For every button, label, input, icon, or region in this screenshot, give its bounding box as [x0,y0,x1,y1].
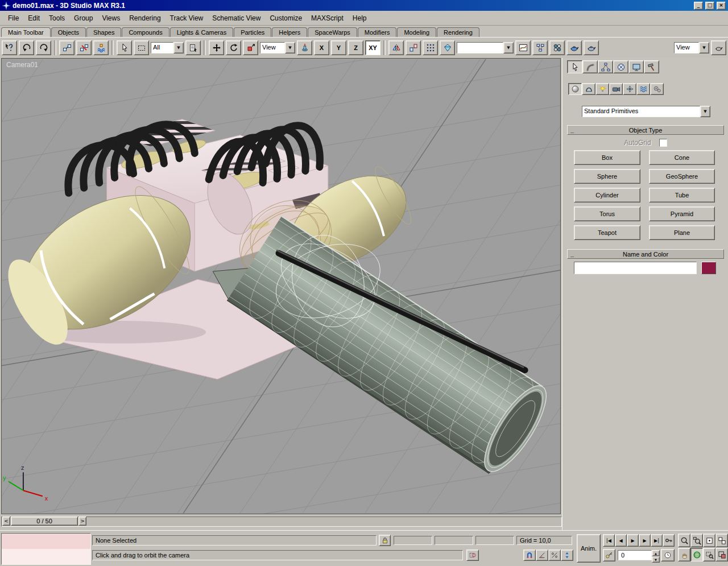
listener-pane[interactable] [2,549,90,564]
create-teapot-button[interactable]: Teapot [574,225,640,240]
menu-rendering[interactable]: Rendering [125,12,165,24]
angle-snap-toggle-button[interactable] [536,550,548,561]
create-geosphere-button[interactable]: GeoSphere [649,169,715,184]
spinner-down-icon[interactable]: ▼ [652,556,660,563]
macro-recorder-pane[interactable] [2,534,90,549]
unlink-selection-button[interactable] [76,40,92,55]
zoom-all-button[interactable] [690,534,703,547]
tab-create[interactable] [567,60,582,73]
render-last-button[interactable] [711,40,726,55]
lock-selection-button[interactable] [379,535,391,546]
track-view-button[interactable] [515,40,531,55]
redo-button[interactable] [36,40,51,55]
create-box-button[interactable]: Box [574,150,640,165]
create-sphere-button[interactable]: Sphere [574,169,640,184]
help-mode-button[interactable] [2,40,17,55]
next-frame-button[interactable]: ▶ [639,534,651,547]
zoom-region-button[interactable] [703,548,715,561]
menu-track-view[interactable]: Track View [166,12,208,24]
name-color-rollout-header[interactable]: _ Name and Color [567,249,724,259]
menu-views[interactable]: Views [97,12,125,24]
dropdown-arrow-icon[interactable]: ▼ [285,42,295,53]
primitive-category-dropdown[interactable]: Standard Primitives ▼ [582,106,710,117]
coordinate-z-field[interactable] [475,536,514,545]
zoom-button[interactable] [678,534,690,547]
maximize-button[interactable]: □ [705,2,714,10]
coordinate-y-field[interactable] [435,536,473,545]
tab-motion[interactable] [613,60,628,73]
restrict-x-button[interactable]: X [314,40,329,55]
create-cylinder-button[interactable]: Cylinder [574,188,640,203]
tab-particles[interactable]: Particles [234,27,271,37]
zoom-extents-button[interactable] [703,534,715,547]
min-max-toggle-button[interactable] [715,548,728,561]
object-type-rollout-header[interactable]: _ Object Type [567,125,724,135]
create-cone-button[interactable]: Cone [649,150,715,165]
category-space-warps-button[interactable] [636,83,650,95]
quick-render-button[interactable] [584,40,599,55]
time-slider-handle[interactable]: 0 / 50 [11,517,78,526]
tab-objects[interactable]: Objects [51,27,86,37]
undo-button[interactable] [19,40,34,55]
select-and-rotate-button[interactable] [226,40,241,55]
tab-hierarchy[interactable] [598,60,613,73]
restrict-y-button[interactable]: Y [331,40,346,55]
dropdown-arrow-icon[interactable]: ▼ [699,42,709,53]
spacing-tool-button[interactable] [440,40,455,55]
tab-compounds[interactable]: Compounds [122,27,169,37]
category-systems-button[interactable] [650,83,664,95]
array-button[interactable] [423,40,438,55]
category-geometry-button[interactable] [568,83,582,95]
spinner-snap-toggle-button[interactable] [561,550,573,561]
tab-modifiers[interactable]: Modifiers [358,27,397,37]
rectangular-selection-button[interactable] [134,40,149,55]
viewport-label[interactable]: Camera01 [6,61,38,69]
tab-shapes[interactable]: Shapes [86,27,121,37]
menu-edit[interactable]: Edit [23,12,44,24]
tab-utilities[interactable] [644,60,659,73]
tab-lights-cameras[interactable]: Lights & Cameras [170,27,233,37]
category-shapes-button[interactable] [582,83,595,95]
tab-display[interactable] [628,60,644,73]
menu-help[interactable]: Help [348,12,371,24]
reference-coordinate-dropdown[interactable]: View ▼ [260,42,295,53]
tab-rendering[interactable]: Rendering [437,27,479,37]
menu-maxscript[interactable]: MAXScript [307,12,348,24]
time-slider-next-button[interactable]: > [78,517,86,526]
tab-helpers[interactable]: Helpers [272,27,307,37]
snap-toggle-button[interactable] [523,550,536,561]
previous-frame-button[interactable]: ◀ [615,534,627,547]
create-tube-button[interactable]: Tube [649,188,715,203]
create-plane-button[interactable]: Plane [649,225,715,240]
create-key-button[interactable] [603,549,615,561]
select-and-link-button[interactable] [59,40,75,55]
mirror-button[interactable] [388,40,404,55]
percent-snap-toggle-button[interactable] [548,550,561,561]
camera-viewport[interactable]: z x y Camera01 [1,58,561,514]
select-object-button[interactable] [117,40,132,55]
dropdown-arrow-icon[interactable]: ▼ [503,42,514,53]
close-button[interactable]: × [717,2,726,10]
create-pyramid-button[interactable]: Pyramid [649,206,715,221]
pan-button[interactable] [678,548,690,561]
category-helpers-button[interactable] [623,83,636,95]
tab-modeling[interactable]: Modeling [397,27,436,37]
key-mode-toggle-button[interactable] [663,534,675,547]
spinner-up-icon[interactable]: ▲ [652,550,660,556]
tab-spacewarps[interactable]: SpaceWarps [308,27,357,37]
zoom-extents-all-button[interactable] [715,534,728,547]
category-cameras-button[interactable] [609,83,623,95]
select-and-scale-button[interactable] [243,40,258,55]
schematic-view-button[interactable] [532,40,548,55]
render-type-dropdown[interactable]: View ▼ [674,42,709,53]
align-button[interactable] [406,40,421,55]
restrict-z-button[interactable]: Z [348,40,363,55]
go-to-end-button[interactable]: ▶| [651,534,663,547]
tab-modify[interactable] [582,60,598,73]
named-selection-dropdown[interactable]: ▼ [457,42,514,53]
material-editor-button[interactable] [549,40,565,55]
restrict-xy-plane-button[interactable]: XY [365,40,380,55]
select-by-name-button[interactable] [185,40,201,55]
menu-tools[interactable]: Tools [44,12,69,24]
arc-rotate-button[interactable] [690,548,703,561]
